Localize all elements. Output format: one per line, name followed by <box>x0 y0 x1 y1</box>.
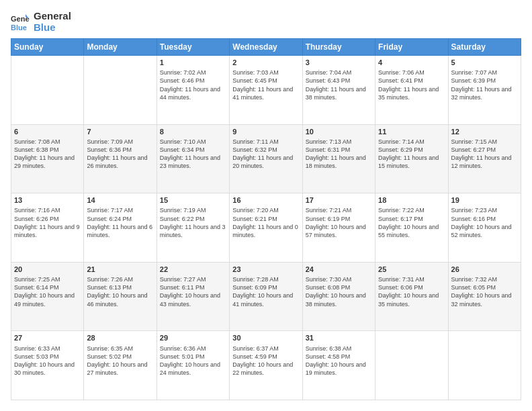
cell-content: Sunrise: 7:25 AM Sunset: 6:14 PM Dayligh… <box>14 275 81 308</box>
day-header-thursday: Thursday <box>302 39 375 56</box>
calendar-cell: 22Sunrise: 7:27 AM Sunset: 6:11 PM Dayli… <box>157 262 229 331</box>
day-header-tuesday: Tuesday <box>157 39 229 56</box>
cell-content: Sunrise: 7:31 AM Sunset: 6:06 PM Dayligh… <box>378 275 445 308</box>
cell-content: Sunrise: 7:13 AM Sunset: 6:31 PM Dayligh… <box>306 138 372 171</box>
week-row-5: 27Sunrise: 6:33 AM Sunset: 5:03 PM Dayli… <box>11 331 521 400</box>
cell-content: Sunrise: 7:04 AM Sunset: 6:43 PM Dayligh… <box>306 68 372 101</box>
day-number: 23 <box>232 265 299 274</box>
cell-content: Sunrise: 7:11 AM Sunset: 6:32 PM Dayligh… <box>232 138 299 171</box>
day-number: 2 <box>232 58 299 67</box>
day-number: 13 <box>14 195 81 205</box>
cell-content: Sunrise: 7:02 AM Sunset: 6:46 PM Dayligh… <box>160 68 226 101</box>
cell-content: Sunrise: 7:08 AM Sunset: 6:38 PM Dayligh… <box>14 138 81 171</box>
day-number: 6 <box>14 127 81 136</box>
calendar-cell <box>84 56 157 125</box>
calendar-cell: 19Sunrise: 7:23 AM Sunset: 6:16 PM Dayli… <box>448 193 521 263</box>
cell-content: Sunrise: 7:26 AM Sunset: 6:13 PM Dayligh… <box>87 275 153 308</box>
day-number: 8 <box>160 127 226 136</box>
day-number: 21 <box>87 265 153 274</box>
day-header-sunday: Sunday <box>11 39 84 56</box>
calendar-cell: 24Sunrise: 7:30 AM Sunset: 6:08 PM Dayli… <box>302 262 375 331</box>
cell-content: Sunrise: 7:30 AM Sunset: 6:08 PM Dayligh… <box>306 275 372 308</box>
cell-content: Sunrise: 7:23 AM Sunset: 6:16 PM Dayligh… <box>451 206 518 239</box>
cell-content: Sunrise: 7:10 AM Sunset: 6:34 PM Dayligh… <box>160 138 226 171</box>
logo-general: General <box>34 11 71 22</box>
day-number: 20 <box>14 265 81 274</box>
calendar-cell: 18Sunrise: 7:22 AM Sunset: 6:17 PM Dayli… <box>375 193 448 263</box>
calendar-cell: 4Sunrise: 7:06 AM Sunset: 6:41 PM Daylig… <box>375 56 448 125</box>
page: General Blue General Blue SundayMondayTu… <box>0 0 532 411</box>
day-number: 12 <box>451 127 518 136</box>
calendar-table: SundayMondayTuesdayWednesdayThursdayFrid… <box>11 38 521 400</box>
calendar-cell: 9Sunrise: 7:11 AM Sunset: 6:32 PM Daylig… <box>230 124 302 193</box>
calendar-cell: 16Sunrise: 7:20 AM Sunset: 6:21 PM Dayli… <box>230 193 302 263</box>
day-number: 3 <box>306 58 372 67</box>
calendar-header-row: SundayMondayTuesdayWednesdayThursdayFrid… <box>11 39 521 56</box>
calendar-cell <box>11 56 84 125</box>
cell-content: Sunrise: 7:06 AM Sunset: 6:41 PM Dayligh… <box>378 68 445 101</box>
calendar-cell: 30Sunrise: 6:37 AM Sunset: 4:59 PM Dayli… <box>230 331 302 400</box>
calendar-cell: 29Sunrise: 6:36 AM Sunset: 5:01 PM Dayli… <box>157 331 229 400</box>
day-number: 17 <box>306 195 372 205</box>
calendar-cell: 2Sunrise: 7:03 AM Sunset: 6:45 PM Daylig… <box>230 56 302 125</box>
day-number: 15 <box>160 195 226 205</box>
calendar-cell: 8Sunrise: 7:10 AM Sunset: 6:34 PM Daylig… <box>157 124 229 193</box>
calendar-cell: 13Sunrise: 7:16 AM Sunset: 6:26 PM Dayli… <box>11 193 84 263</box>
calendar-cell: 5Sunrise: 7:07 AM Sunset: 6:39 PM Daylig… <box>448 56 521 125</box>
day-number: 1 <box>160 58 226 67</box>
calendar-cell: 21Sunrise: 7:26 AM Sunset: 6:13 PM Dayli… <box>84 262 157 331</box>
cell-content: Sunrise: 7:17 AM Sunset: 6:24 PM Dayligh… <box>87 206 153 239</box>
calendar-cell: 25Sunrise: 7:31 AM Sunset: 6:06 PM Dayli… <box>375 262 448 331</box>
cell-content: Sunrise: 7:15 AM Sunset: 6:27 PM Dayligh… <box>451 138 518 171</box>
svg-text:Blue: Blue <box>11 24 27 32</box>
day-number: 26 <box>451 265 518 274</box>
cell-content: Sunrise: 7:20 AM Sunset: 6:21 PM Dayligh… <box>232 206 299 239</box>
header: General Blue General Blue <box>11 11 521 33</box>
cell-content: Sunrise: 7:27 AM Sunset: 6:11 PM Dayligh… <box>160 275 226 308</box>
calendar-cell: 10Sunrise: 7:13 AM Sunset: 6:31 PM Dayli… <box>302 124 375 193</box>
logo-blue: Blue <box>34 22 71 34</box>
cell-content: Sunrise: 7:21 AM Sunset: 6:19 PM Dayligh… <box>306 206 372 239</box>
calendar-cell: 3Sunrise: 7:04 AM Sunset: 6:43 PM Daylig… <box>302 56 375 125</box>
day-number: 11 <box>378 127 445 136</box>
day-number: 7 <box>87 127 153 136</box>
calendar-cell <box>448 331 521 400</box>
cell-content: Sunrise: 7:32 AM Sunset: 6:05 PM Dayligh… <box>451 275 518 308</box>
day-header-friday: Friday <box>375 39 448 56</box>
calendar-cell: 7Sunrise: 7:09 AM Sunset: 6:36 PM Daylig… <box>84 124 157 193</box>
cell-content: Sunrise: 6:37 AM Sunset: 4:59 PM Dayligh… <box>232 345 299 377</box>
calendar-cell: 15Sunrise: 7:19 AM Sunset: 6:22 PM Dayli… <box>157 193 229 263</box>
cell-content: Sunrise: 7:14 AM Sunset: 6:29 PM Dayligh… <box>378 138 445 171</box>
day-number: 19 <box>451 195 518 205</box>
day-header-saturday: Saturday <box>448 39 521 56</box>
calendar-cell: 12Sunrise: 7:15 AM Sunset: 6:27 PM Dayli… <box>448 124 521 193</box>
calendar-cell: 23Sunrise: 7:28 AM Sunset: 6:09 PM Dayli… <box>230 262 302 331</box>
day-number: 9 <box>232 127 299 136</box>
day-number: 30 <box>232 333 299 342</box>
day-number: 14 <box>87 195 153 205</box>
calendar-cell: 28Sunrise: 6:35 AM Sunset: 5:02 PM Dayli… <box>84 331 157 400</box>
day-header-wednesday: Wednesday <box>230 39 302 56</box>
week-row-4: 20Sunrise: 7:25 AM Sunset: 6:14 PM Dayli… <box>11 262 521 331</box>
calendar-cell: 27Sunrise: 6:33 AM Sunset: 5:03 PM Dayli… <box>11 331 84 400</box>
day-number: 27 <box>14 333 81 342</box>
cell-content: Sunrise: 7:09 AM Sunset: 6:36 PM Dayligh… <box>87 138 153 171</box>
week-row-1: 1Sunrise: 7:02 AM Sunset: 6:46 PM Daylig… <box>11 56 521 125</box>
day-header-monday: Monday <box>84 39 157 56</box>
logo: General Blue General Blue <box>11 11 71 33</box>
calendar-cell: 1Sunrise: 7:02 AM Sunset: 6:46 PM Daylig… <box>157 56 229 125</box>
cell-content: Sunrise: 6:33 AM Sunset: 5:03 PM Dayligh… <box>14 345 81 377</box>
cell-content: Sunrise: 6:35 AM Sunset: 5:02 PM Dayligh… <box>87 345 153 377</box>
week-row-3: 13Sunrise: 7:16 AM Sunset: 6:26 PM Dayli… <box>11 193 521 263</box>
day-number: 28 <box>87 333 153 342</box>
cell-content: Sunrise: 6:38 AM Sunset: 4:58 PM Dayligh… <box>306 345 372 377</box>
day-number: 16 <box>232 195 299 205</box>
day-number: 18 <box>378 195 445 205</box>
calendar-cell: 11Sunrise: 7:14 AM Sunset: 6:29 PM Dayli… <box>375 124 448 193</box>
calendar-cell: 17Sunrise: 7:21 AM Sunset: 6:19 PM Dayli… <box>302 193 375 263</box>
day-number: 5 <box>451 58 518 67</box>
cell-content: Sunrise: 7:16 AM Sunset: 6:26 PM Dayligh… <box>14 206 81 239</box>
day-number: 25 <box>378 265 445 274</box>
day-number: 22 <box>160 265 226 274</box>
day-number: 10 <box>306 127 372 136</box>
